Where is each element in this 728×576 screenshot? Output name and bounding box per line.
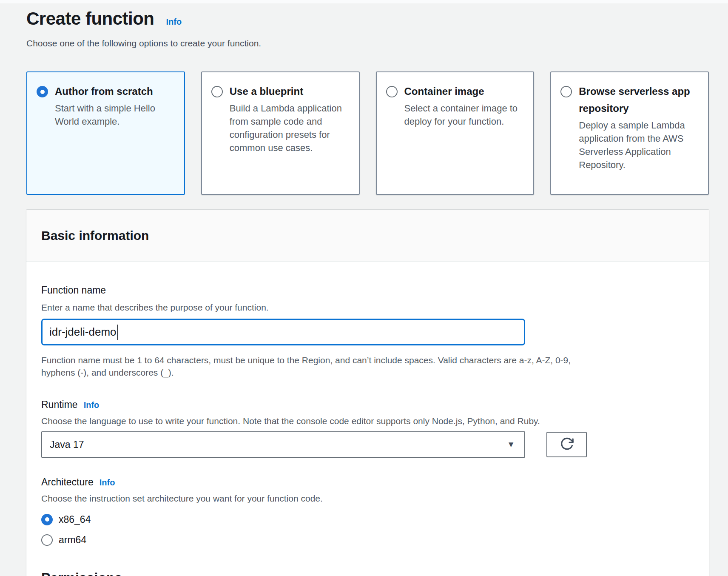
card-use-a-blueprint[interactable]: Use a blueprint Build a Lambda applicati… <box>201 71 360 195</box>
top-strip <box>0 0 728 3</box>
card-text: Container image Select a container image… <box>404 83 524 128</box>
card-description: Build a Lambda application from sample c… <box>230 102 350 154</box>
basic-information-body: Function name Enter a name that describe… <box>26 284 709 576</box>
card-text: Use a blueprint Build a Lambda applicati… <box>230 83 350 154</box>
refresh-icon <box>559 436 574 453</box>
refresh-runtimes-button[interactable] <box>546 432 587 457</box>
basic-information-header: Basic information <box>26 210 709 262</box>
card-description: Deploy a sample Lambda application from … <box>579 119 699 171</box>
page-subtitle: Choose one of the following options to c… <box>26 37 709 49</box>
page-title: Create function <box>26 7 154 31</box>
function-name-constraints: Function name must be 1 to 64 characters… <box>41 354 694 379</box>
runtime-label: Runtime <box>41 398 78 411</box>
architecture-info-link[interactable]: Info <box>100 478 115 488</box>
architecture-description: Choose the instruction set architecture … <box>41 493 694 505</box>
card-browse-serverless-app-repository[interactable]: Browse serverless app repository Deploy … <box>550 71 709 195</box>
architecture-label: Architecture <box>41 476 94 488</box>
runtime-select[interactable]: Java 17 ▼ <box>41 431 525 458</box>
function-name-value: idr-jdeli-demo <box>49 325 117 339</box>
radio-browse-serverless-app-repository[interactable] <box>560 86 572 97</box>
basic-information-heading: Basic information <box>41 228 694 243</box>
basic-information-panel: Basic information Function name Enter a … <box>26 210 709 576</box>
architecture-radio-group: x86_64 arm64 <box>41 512 694 547</box>
radio-container-image[interactable] <box>386 86 398 97</box>
function-name-description: Enter a name that describes the purpose … <box>41 302 694 314</box>
card-title: Container image <box>404 83 524 100</box>
card-text: Author from scratch Start with a simple … <box>55 83 175 128</box>
architecture-option-arm64[interactable]: arm64 <box>41 533 694 547</box>
caret-down-icon: ▼ <box>507 440 515 449</box>
creation-option-cards: Author from scratch Start with a simple … <box>26 71 709 195</box>
radio-arm64[interactable] <box>41 534 53 546</box>
runtime-selected-value: Java 17 <box>50 439 84 451</box>
function-name-label: Function name <box>41 284 106 297</box>
radio-author-from-scratch[interactable] <box>37 86 48 97</box>
constraint-line: Function name must be 1 to 64 characters… <box>41 354 694 366</box>
constraint-line: hyphens (-), and underscores (_). <box>41 366 694 379</box>
radio-label: x86_64 <box>59 514 91 525</box>
runtime-description: Choose the language to use to write your… <box>41 415 694 427</box>
card-title: Browse serverless app repository <box>579 83 699 117</box>
text-cursor <box>117 325 118 340</box>
card-text: Browse serverless app repository Deploy … <box>579 83 699 171</box>
runtime-info-link[interactable]: Info <box>84 400 100 410</box>
radio-x86_64[interactable] <box>41 514 53 525</box>
card-author-from-scratch[interactable]: Author from scratch Start with a simple … <box>26 71 185 195</box>
page-header: Create function Info <box>26 7 709 31</box>
card-description: Start with a simple Hello World example. <box>55 102 175 128</box>
permissions-heading: Permissions <box>41 570 122 576</box>
radio-use-a-blueprint[interactable] <box>211 86 223 97</box>
card-container-image[interactable]: Container image Select a container image… <box>376 71 535 195</box>
permissions-header: Permissions Info <box>41 570 694 576</box>
architecture-option-x86_64[interactable]: x86_64 <box>41 512 694 527</box>
card-title: Author from scratch <box>55 83 175 100</box>
page-title-info-link[interactable]: Info <box>166 17 182 27</box>
card-description: Select a container image to deploy for y… <box>404 102 524 128</box>
function-name-input[interactable]: idr-jdeli-demo <box>41 319 525 345</box>
radio-label: arm64 <box>59 534 86 546</box>
card-title: Use a blueprint <box>230 83 350 100</box>
